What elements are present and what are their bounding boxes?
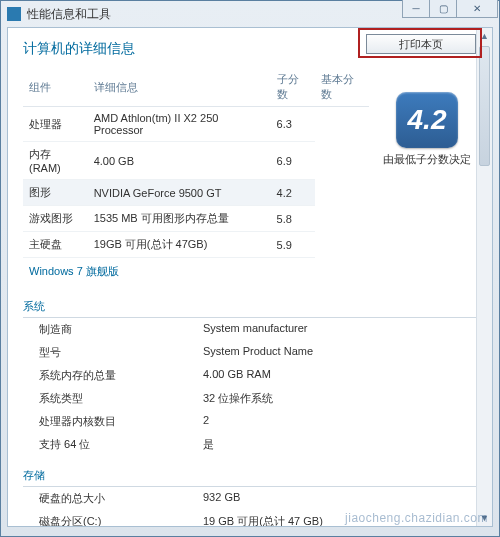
app-icon (7, 7, 21, 21)
maximize-button[interactable]: ▢ (429, 0, 457, 18)
table-cell: 6.9 (271, 142, 315, 180)
table-row: 游戏图形1535 MB 可用图形内存总量5.8 (23, 206, 369, 232)
table-cell: 处理器 (23, 107, 88, 142)
detail-row: 硬盘的总大小932 GB (23, 487, 477, 510)
table-cell: 游戏图形 (23, 206, 88, 232)
section-heading: 系统 (23, 291, 477, 318)
window-title: 性能信息和工具 (27, 6, 111, 23)
col-basescore: 基本分数 (315, 68, 369, 107)
base-score-panel: 4.2 由最低子分数决定 (377, 68, 477, 167)
table-cell: NVIDIA GeForce 9500 GT (88, 180, 271, 206)
col-component: 组件 (23, 68, 88, 107)
detail-key: 型号 (23, 345, 203, 360)
base-score-badge: 4.2 (396, 92, 458, 148)
detail-key: 制造商 (23, 322, 203, 337)
scroll-down-icon[interactable]: ▼ (477, 510, 492, 526)
os-edition: Windows 7 旗舰版 (23, 258, 369, 287)
table-row: 内存(RAM)4.00 GB6.9 (23, 142, 369, 180)
detail-key: 系统内存的总量 (23, 368, 203, 383)
content-area: 计算机的详细信息 组件 详细信息 子分数 基本分数 处理器AMD Athlon( (7, 27, 493, 527)
detail-row: 型号System Product Name (23, 341, 477, 364)
detail-row: 系统类型32 位操作系统 (23, 387, 477, 410)
performance-table: 组件 详细信息 子分数 基本分数 处理器AMD Athlon(tm) II X2… (23, 68, 369, 287)
table-row: 主硬盘19GB 可用(总计 47GB)5.9 (23, 232, 369, 258)
col-subscore: 子分数 (271, 68, 315, 107)
table-cell: 5.8 (271, 206, 315, 232)
detail-value: 932 GB (203, 491, 477, 506)
detail-value: 32 位操作系统 (203, 391, 477, 406)
table-cell: 主硬盘 (23, 232, 88, 258)
detail-row: 支持 64 位是 (23, 433, 477, 456)
table-cell: 内存(RAM) (23, 142, 88, 180)
detail-value: 是 (203, 437, 477, 452)
table-cell: AMD Athlon(tm) II X2 250 Processor (88, 107, 271, 142)
base-score-caption: 由最低子分数决定 (377, 152, 477, 167)
detail-key: 处理器内核数目 (23, 414, 203, 429)
scroll-thumb[interactable] (479, 46, 490, 166)
detail-value: 19 GB 可用(总计 47 GB) (203, 514, 477, 526)
detail-value: 4.00 GB RAM (203, 368, 477, 383)
table-row: 图形NVIDIA GeForce 9500 GT4.2 (23, 180, 369, 206)
scroll-up-icon[interactable]: ▲ (477, 28, 492, 44)
table-cell: 4.00 GB (88, 142, 271, 180)
table-cell: 4.2 (271, 180, 315, 206)
detail-key: 磁盘分区(C:) (23, 514, 203, 526)
vertical-scrollbar[interactable]: ▲ ▼ (476, 28, 492, 526)
section-heading: 存储 (23, 460, 477, 487)
window-frame: 性能信息和工具 ─ ▢ ✕ 计算机的详细信息 组件 详细信息 子分数 (0, 0, 500, 537)
print-page-button[interactable]: 打印本页 (366, 34, 476, 54)
detail-row: 处理器内核数目2 (23, 410, 477, 433)
detail-value: System Product Name (203, 345, 477, 360)
titlebar[interactable]: 性能信息和工具 ─ ▢ ✕ (1, 1, 499, 27)
table-cell: 1535 MB 可用图形内存总量 (88, 206, 271, 232)
detail-row: 制造商System manufacturer (23, 318, 477, 341)
table-cell: 6.3 (271, 107, 315, 142)
detail-row: 系统内存的总量4.00 GB RAM (23, 364, 477, 387)
detail-key: 系统类型 (23, 391, 203, 406)
col-detail: 详细信息 (88, 68, 271, 107)
table-cell: 19GB 可用(总计 47GB) (88, 232, 271, 258)
detail-row: 磁盘分区(C:)19 GB 可用(总计 47 GB) (23, 510, 477, 526)
table-cell: 图形 (23, 180, 88, 206)
detail-key: 支持 64 位 (23, 437, 203, 452)
window-controls: ─ ▢ ✕ (403, 0, 498, 18)
close-button[interactable]: ✕ (456, 0, 498, 18)
detail-key: 硬盘的总大小 (23, 491, 203, 506)
detail-value: 2 (203, 414, 477, 429)
detail-value: System manufacturer (203, 322, 477, 337)
minimize-button[interactable]: ─ (402, 0, 430, 18)
table-cell: 5.9 (271, 232, 315, 258)
table-row: 处理器AMD Athlon(tm) II X2 250 Processor6.3 (23, 107, 369, 142)
